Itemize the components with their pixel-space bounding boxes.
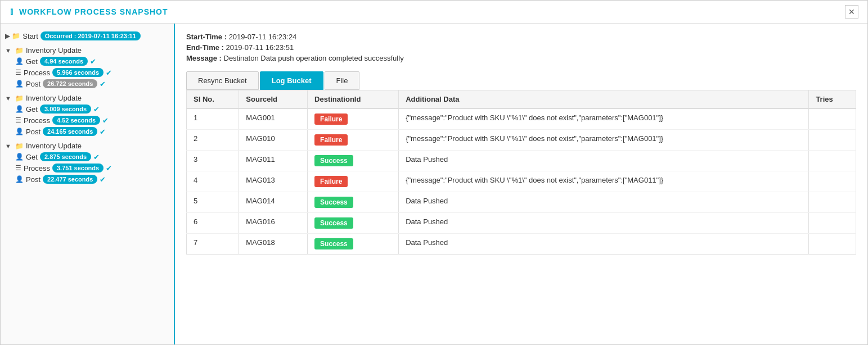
tab-log-bucket[interactable]: Log Bucket [260, 71, 323, 90]
inventory-group-1: ▼ 📁 Inventory Update [5, 45, 169, 56]
post-node-1: 👤 Post 26.722 seconds ✔ [15, 78, 169, 89]
inventory-label-1: Inventory Update [26, 46, 82, 55]
check-icon-p3: ✔ [106, 164, 112, 172]
tab-bar: Resync Bucket Log Bucket File [186, 71, 856, 90]
cell-tries-5 [809, 213, 856, 234]
tab-resync-bucket[interactable]: Resync Bucket [186, 71, 259, 90]
col-tries: Tries [809, 90, 856, 109]
process-badge-3: 3.751 seconds [52, 164, 104, 172]
start-badge: Occurred : 2019-07-11 16:23:11 [41, 31, 141, 40]
table-row: 2 MAG010 Failure {"message":"Product wit… [187, 130, 856, 151]
process-label-2: Process [24, 116, 50, 125]
table-row: 1 MAG001 Failure {"message":"Product wit… [187, 108, 856, 130]
cell-tries-3 [809, 171, 856, 192]
process-badge-2: 4.52 seconds [52, 116, 100, 125]
cell-additional-2: Data Pushed [399, 151, 809, 171]
status-badge-4: Success [314, 197, 353, 208]
cell-tries-0 [809, 108, 856, 130]
title-text: WORKFLOW PROCESS SNAPSHOT [19, 7, 168, 16]
get-label-1: Get [26, 57, 38, 66]
folder-icon-3: 📁 [15, 142, 24, 150]
app-container: ⫿ WORKFLOW PROCESS SNAPSHOT ✕ ▶ 📁 Start … [0, 0, 868, 345]
inventory-label-2: Inventory Update [26, 94, 82, 102]
inventory-group-2: ▼ 📁 Inventory Update [5, 93, 169, 103]
get-node-1: 👤 Get 4.94 seconds ✔ [15, 56, 169, 67]
post-icon-2: 👤 [15, 128, 24, 135]
get-icon-1: 👤 [15, 57, 24, 65]
col-destination-id: DestinationId [308, 90, 399, 109]
tree-start-node: ▶ 📁 Start Occurred : 2019-07-11 16:23:11 [5, 30, 169, 42]
get-badge-2: 3.009 seconds [40, 105, 91, 114]
close-button[interactable]: ✕ [845, 5, 858, 19]
col-additional-data: Additional Data [399, 90, 809, 109]
cell-dest-5: Success [308, 213, 399, 234]
expand-icon-1[interactable]: ▼ [5, 47, 13, 54]
check-icon-1: ✔ [90, 57, 96, 66]
end-time-label: End-Time : [186, 43, 224, 52]
col-source-id: SourceId [239, 90, 308, 109]
cell-source-2: MAG011 [239, 151, 308, 171]
inventory-children-1: 👤 Get 4.94 seconds ✔ ☰ Process 5.966 sec… [15, 56, 169, 89]
header: ⫿ WORKFLOW PROCESS SNAPSHOT ✕ [1, 1, 867, 24]
table-row: 7 MAG018 Success Data Pushed [187, 234, 856, 255]
cell-tries-4 [809, 192, 856, 213]
end-time-row: End-Time : 2019-07-11 16:23:51 [186, 43, 856, 52]
post-label-3: Post [26, 175, 41, 184]
tab-file[interactable]: File [325, 71, 360, 90]
process-node-2: ☰ Process 4.52 seconds ✔ [15, 115, 169, 126]
status-badge-6: Success [314, 238, 353, 249]
cell-tries-2 [809, 151, 856, 171]
message-row: Message : Destinaton Data push operation… [186, 54, 856, 62]
check-icon-post3: ✔ [100, 175, 106, 184]
cell-sl-3: 4 [187, 171, 239, 192]
status-badge-3: Failure [314, 176, 348, 187]
table-row: 4 MAG013 Failure {"message":"Product wit… [187, 171, 856, 192]
post-label-1: Post [26, 80, 41, 88]
expand-icon-2[interactable]: ▼ [5, 95, 13, 102]
get-icon-3: 👤 [15, 153, 24, 161]
table-body: 1 MAG001 Failure {"message":"Product wit… [187, 108, 856, 255]
folder-icon: ▶ 📁 [5, 32, 20, 40]
cell-additional-0: {"message":"Product with SKU \"%1\" does… [399, 108, 809, 130]
post-badge-2: 24.165 seconds [43, 127, 97, 136]
process-icon-2: ☰ [15, 116, 21, 124]
check-icon-post2: ✔ [100, 128, 106, 136]
inventory-label-3: Inventory Update [26, 142, 82, 150]
end-time-value: 2019-07-11 16:23:51 [226, 43, 294, 52]
check-icon-2: ✔ [93, 105, 100, 114]
cell-source-1: MAG010 [239, 130, 308, 151]
data-table: Sl No. SourceId DestinationId Additional… [186, 90, 856, 255]
cell-sl-1: 2 [187, 130, 239, 151]
cell-tries-1 [809, 130, 856, 151]
post-node-3: 👤 Post 22.477 seconds ✔ [15, 174, 169, 185]
get-label-2: Get [26, 105, 38, 114]
cell-dest-0: Failure [308, 108, 399, 130]
cell-sl-4: 5 [187, 192, 239, 213]
cell-additional-3: {"message":"Product with SKU \"%1\" does… [399, 171, 809, 192]
process-badge-1: 5.966 seconds [52, 68, 104, 77]
post-icon-3: 👤 [15, 175, 24, 183]
cell-source-5: MAG016 [239, 213, 308, 234]
expand-icon-3[interactable]: ▼ [5, 143, 13, 149]
post-icon-1: 👤 [15, 80, 24, 88]
info-section: Start-Time : 2019-07-11 16:23:24 End-Tim… [186, 33, 856, 62]
get-badge-3: 2.875 seconds [40, 152, 91, 161]
process-label-3: Process [24, 164, 50, 172]
cell-dest-2: Success [308, 151, 399, 171]
get-badge-1: 4.94 seconds [40, 57, 88, 66]
status-badge-0: Failure [314, 114, 348, 125]
cell-source-0: MAG001 [239, 108, 308, 130]
check-icon-p2: ✔ [102, 116, 109, 125]
right-panel: Start-Time : 2019-07-11 16:23:24 End-Tim… [175, 24, 867, 344]
cell-additional-6: Data Pushed [399, 234, 809, 255]
inventory-children-2: 👤 Get 3.009 seconds ✔ ☰ Process 4.52 sec… [15, 103, 169, 137]
cell-source-3: MAG013 [239, 171, 308, 192]
cell-additional-1: {"message":"Product with SKU \"%1\" does… [399, 130, 809, 151]
cell-source-4: MAG014 [239, 192, 308, 213]
get-icon-2: 👤 [15, 105, 24, 113]
process-icon-1: ☰ [15, 69, 21, 76]
cell-additional-5: Data Pushed [399, 213, 809, 234]
post-badge-3: 22.477 seconds [43, 175, 97, 184]
inventory-children-3: 👤 Get 2.875 seconds ✔ ☰ Process 3.751 se… [15, 151, 169, 185]
check-icon-p1: ✔ [106, 69, 112, 77]
